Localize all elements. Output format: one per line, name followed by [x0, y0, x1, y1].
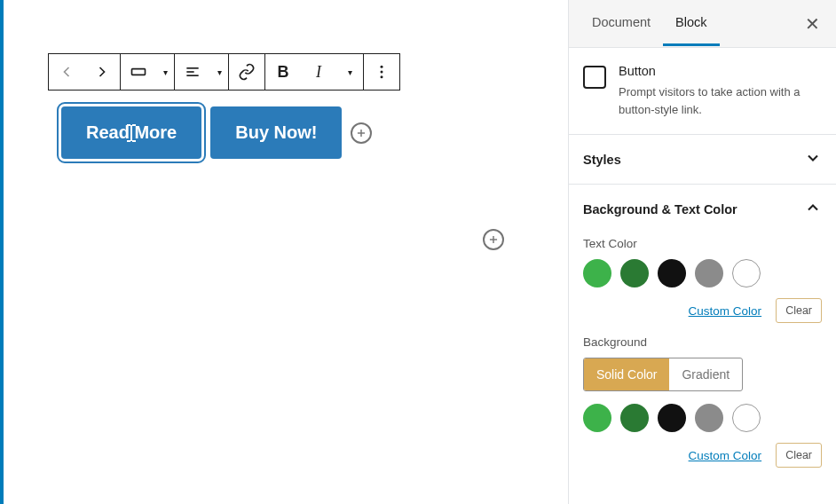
toolbar-block-type-caret[interactable]: ▾	[156, 54, 174, 90]
toolbar-format-caret[interactable]: ▾	[336, 54, 363, 90]
svg-rect-2	[186, 71, 193, 73]
add-button-inline[interactable]	[351, 122, 372, 144]
background-label: Background	[583, 335, 822, 349]
toolbar-prev-button[interactable]	[49, 54, 84, 90]
block-description: Prompt visitors to take action with a bu…	[619, 83, 822, 118]
panel-styles-title: Styles	[583, 153, 621, 167]
swatch-bg-green-dark[interactable]	[620, 404, 649, 432]
close-icon: ✕	[805, 14, 820, 34]
toolbar-align-button[interactable]	[175, 54, 210, 90]
swatch-bg-white[interactable]	[732, 404, 761, 432]
svg-rect-0	[132, 69, 146, 75]
block-title: Button	[619, 64, 822, 78]
toolbar-italic-button[interactable]: I	[301, 54, 336, 90]
bg-tab-solid[interactable]: Solid Color	[584, 358, 669, 390]
block-header: Button Prompt visitors to take action wi…	[569, 48, 836, 135]
tab-document[interactable]: Document	[580, 1, 663, 46]
panel-styles: Styles	[569, 135, 836, 185]
toolbar-align-caret[interactable]: ▾	[210, 54, 228, 90]
chevron-down-icon	[804, 149, 822, 169]
toolbar-next-button[interactable]	[84, 54, 120, 90]
add-block-button[interactable]	[483, 229, 504, 250]
text-color-label: Text Color	[583, 237, 822, 250]
svg-point-6	[381, 75, 383, 78]
background-type-tabs: Solid Color Gradient	[583, 358, 743, 391]
background-swatches	[583, 404, 822, 432]
toolbar-link-button[interactable]	[229, 54, 264, 90]
panel-bg-text-toggle[interactable]: Background & Text Color	[569, 185, 836, 233]
panel-bg-text-title: Background & Text Color	[583, 202, 737, 217]
sidebar-tabs: Document Block ✕	[569, 0, 836, 48]
swatch-text-black[interactable]	[658, 259, 686, 287]
svg-rect-3	[186, 75, 198, 76]
swatch-bg-gray[interactable]	[695, 404, 723, 432]
text-clear-button[interactable]: Clear	[776, 298, 822, 323]
panel-bg-text-color: Background & Text Color Text Color Custo…	[569, 185, 836, 487]
swatch-text-green-light[interactable]	[583, 259, 611, 287]
button-read-more-label: Read More	[86, 122, 177, 142]
toolbar-more-button[interactable]	[364, 54, 399, 90]
swatch-text-white[interactable]	[732, 259, 761, 287]
button-read-more[interactable]: Read More	[61, 106, 201, 159]
close-sidebar-button[interactable]: ✕	[800, 10, 825, 38]
block-toolbar: ▾ ▾ B I ▾	[48, 53, 400, 91]
text-color-swatches	[583, 259, 822, 287]
editor-canvas[interactable]: ▾ ▾ B I ▾	[0, 0, 568, 504]
panel-styles-toggle[interactable]: Styles	[569, 135, 836, 184]
button-block-icon	[583, 66, 606, 89]
button-buy-now[interactable]: Buy Now!	[210, 106, 342, 159]
svg-rect-1	[186, 67, 198, 69]
bg-clear-button[interactable]: Clear	[776, 443, 822, 468]
toolbar-bold-button[interactable]: B	[265, 54, 301, 90]
button-buy-now-label: Buy Now!	[235, 122, 317, 142]
swatch-bg-black[interactable]	[658, 404, 686, 432]
swatch-text-green-dark[interactable]	[620, 259, 649, 287]
swatch-text-gray[interactable]	[695, 259, 723, 287]
text-custom-color-link[interactable]: Custom Color	[689, 304, 762, 318]
settings-sidebar: Document Block ✕ Button Prompt visitors …	[568, 0, 836, 504]
toolbar-block-type-button[interactable]	[121, 54, 156, 90]
swatch-bg-green-light[interactable]	[583, 404, 611, 432]
chevron-up-icon	[804, 199, 822, 219]
svg-point-5	[381, 71, 383, 74]
tab-block[interactable]: Block	[663, 1, 719, 46]
buttons-block: Read More Buy Now!	[61, 106, 372, 159]
bg-tab-gradient[interactable]: Gradient	[669, 358, 742, 390]
bg-custom-color-link[interactable]: Custom Color	[689, 449, 762, 462]
svg-point-4	[381, 66, 383, 68]
